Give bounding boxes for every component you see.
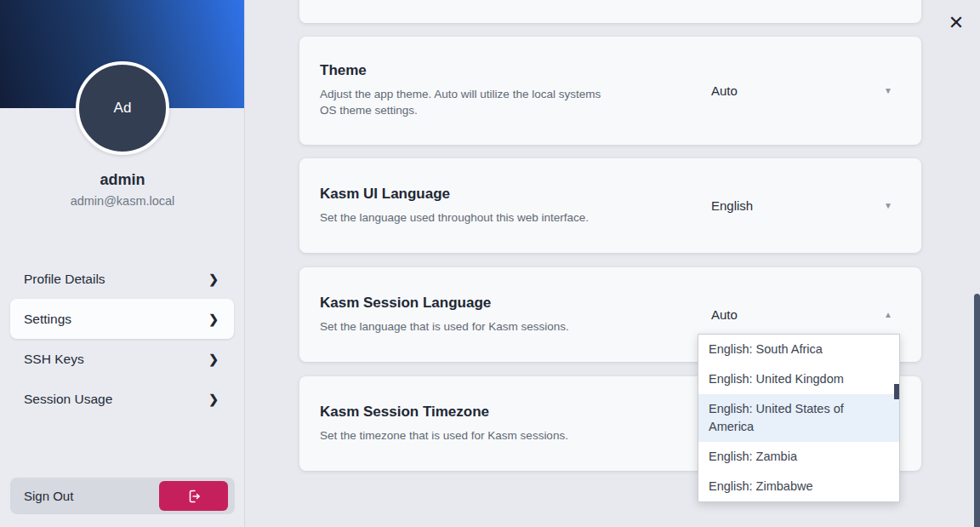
- card-description: Set the timezone that is used for Kasm s…: [320, 428, 605, 444]
- chevron-right-icon: ❯: [208, 272, 219, 286]
- theme-select[interactable]: Auto ▼: [698, 74, 901, 108]
- dropdown-option[interactable]: English: United Kingdom: [698, 364, 899, 394]
- dropdown-option[interactable]: English: South Africa: [698, 335, 899, 364]
- close-button[interactable]: ✕: [941, 8, 971, 38]
- card-text: Kasm Session Timezone Set the timezone t…: [320, 404, 660, 444]
- chevron-right-icon: ❯: [208, 312, 219, 326]
- sidebar-item-settings[interactable]: Settings ❯: [10, 299, 234, 339]
- card-kasm-ui-language: Kasm UI Language Set the language used t…: [299, 158, 921, 253]
- sidebar-item-ssh-keys[interactable]: SSH Keys ❯: [10, 339, 234, 379]
- dropdown-option[interactable]: English: Zambia: [698, 442, 899, 472]
- avatar: Ad: [76, 61, 169, 155]
- ui-language-select-value: English: [711, 198, 753, 213]
- dropdown-option[interactable]: English: Zimbabwe: [698, 472, 899, 501]
- dropdown-option-highlighted[interactable]: English: United States of America: [698, 394, 899, 442]
- card-description: Adjust the app theme. Auto will utilize …: [320, 87, 605, 118]
- card-description: Set the language used throughout this we…: [320, 210, 605, 226]
- card-title: Kasm Session Language: [320, 295, 660, 312]
- sign-out-label: Sign Out: [24, 489, 73, 503]
- card-text: Theme Adjust the app theme. Auto will ut…: [320, 62, 660, 118]
- dropdown-scrollbar[interactable]: [894, 384, 899, 399]
- chevron-right-icon: ❯: [208, 392, 219, 406]
- sidebar-item-label: Session Usage: [24, 392, 112, 407]
- username: admin: [0, 171, 245, 189]
- close-icon: ✕: [949, 12, 964, 33]
- page-scrollbar[interactable]: [974, 294, 980, 527]
- sidebar-item-label: SSH Keys: [24, 352, 84, 367]
- card-title: Kasm UI Language: [320, 186, 660, 203]
- sign-out-row: Sign Out: [10, 478, 235, 514]
- ui-language-select[interactable]: English ▼: [698, 189, 901, 223]
- avatar-initials: Ad: [114, 100, 132, 117]
- logout-icon: [185, 488, 202, 505]
- card-partial-top: [299, 0, 921, 23]
- profile-settings-screen: Ad admin admin@kasm.local Profile Detail…: [0, 0, 980, 527]
- sidebar-item-label: Profile Details: [24, 272, 105, 287]
- card-title: Kasm Session Timezone: [320, 404, 660, 421]
- sign-out-button[interactable]: [159, 481, 228, 511]
- session-language-select-value: Auto: [711, 307, 738, 322]
- sidebar-item-session-usage[interactable]: Session Usage ❯: [10, 379, 234, 419]
- session-language-select[interactable]: Auto ▲: [698, 298, 901, 332]
- caret-up-icon: ▲: [884, 310, 892, 319]
- caret-down-icon: ▼: [884, 201, 892, 210]
- card-text: Kasm UI Language Set the language used t…: [320, 186, 660, 226]
- chevron-right-icon: ❯: [208, 352, 219, 366]
- caret-down-icon: ▼: [884, 86, 892, 95]
- sidebar-item-profile-details[interactable]: Profile Details ❯: [10, 259, 234, 299]
- card-description: Set the language that is used for Kasm s…: [320, 319, 605, 335]
- profile-sidebar: Ad admin admin@kasm.local Profile Detail…: [0, 0, 245, 527]
- card-title: Theme: [320, 62, 660, 79]
- card-text: Kasm Session Language Set the language t…: [320, 295, 660, 335]
- session-language-dropdown: English: South Africa English: United Ki…: [698, 334, 900, 502]
- theme-select-value: Auto: [711, 83, 738, 98]
- sidebar-item-label: Settings: [24, 312, 71, 327]
- sidebar-menu: Profile Details ❯ Settings ❯ SSH Keys ❯ …: [0, 259, 244, 419]
- card-theme: Theme Adjust the app theme. Auto will ut…: [299, 37, 921, 145]
- user-email: admin@kasm.local: [0, 194, 245, 208]
